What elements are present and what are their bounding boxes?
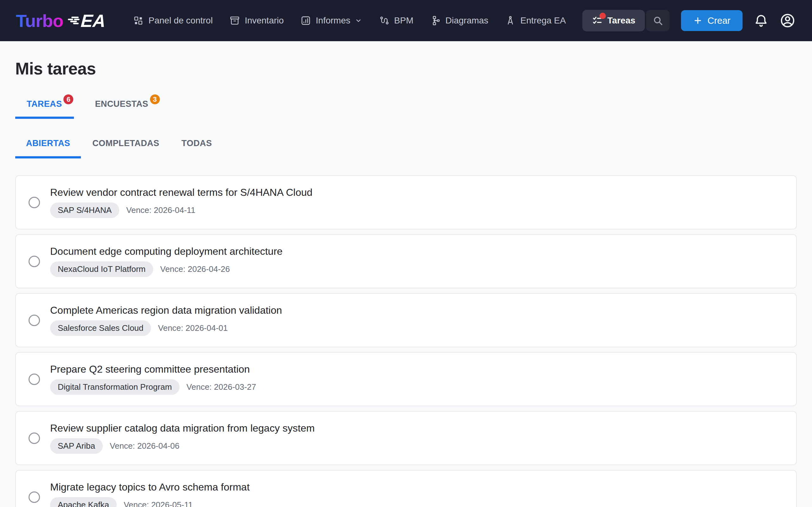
task-title[interactable]: Document edge computing deployment archi… <box>50 245 283 257</box>
task-due-date: Vence: 2026-04-11 <box>126 205 195 215</box>
task-tag-chip: SAP S/4HANA <box>50 203 119 218</box>
nav-item-inventario[interactable]: Inventario <box>229 15 284 26</box>
task-tag-chip: Digital Transformation Program <box>50 379 180 395</box>
nav-item-label: Panel de control <box>148 15 212 26</box>
task-title[interactable]: Complete Americas region data migration … <box>50 304 282 316</box>
nav-item-label: Informes <box>316 15 351 26</box>
tab-tareas[interactable]: TAREAS6 <box>15 95 74 119</box>
task-due-date: Vence: 2026-05-11 <box>124 500 193 507</box>
task-meta: SAP S/4HANAVence: 2026-04-11 <box>50 203 312 218</box>
reports-icon <box>300 15 311 26</box>
nav-item-label: Entrega EA <box>520 15 566 26</box>
task-tag-chip: Salesforce Sales Cloud <box>50 320 151 336</box>
inventory-icon <box>229 15 240 26</box>
compass-icon <box>505 15 516 26</box>
nav-item-bpm[interactable]: BPM <box>379 15 414 26</box>
avatar-icon <box>780 13 796 29</box>
nav-item-tareas[interactable]: Tareas <box>582 10 645 32</box>
nav-item-entrega-ea[interactable]: Entrega EA <box>505 15 566 26</box>
tab-label: ENCUESTAS <box>95 99 148 109</box>
task-list: Review vendor contract renewal terms for… <box>15 175 797 507</box>
task-title[interactable]: Review vendor contract renewal terms for… <box>50 187 312 199</box>
task-body: Migrate legacy topics to Avro schema for… <box>50 481 250 507</box>
tabs: TAREAS6ENCUESTAS3 <box>15 95 797 119</box>
nav-item-label: Tareas <box>607 15 635 26</box>
task-due-date: Vence: 2026-04-01 <box>158 323 228 333</box>
task-checkbox[interactable] <box>29 197 40 208</box>
task-meta: SAP AribaVence: 2026-04-06 <box>50 438 315 454</box>
chevron-down-icon <box>355 17 362 24</box>
tab-badge: 3 <box>150 95 160 104</box>
task-card: Review vendor contract renewal terms for… <box>15 175 797 229</box>
diagrams-icon <box>430 15 441 26</box>
task-card: Review supplier catalog data migration f… <box>15 411 797 465</box>
nav-item-label: BPM <box>394 15 414 26</box>
subtabs: ABIERTASCOMPLETADASTODAS <box>15 138 797 158</box>
task-due-date: Vence: 2026-04-06 <box>110 441 180 451</box>
task-due-date: Vence: 2026-04-26 <box>160 264 230 274</box>
notification-dot <box>600 13 606 19</box>
bpm-icon <box>379 15 390 26</box>
create-button-label: Crear <box>707 15 730 26</box>
search-icon <box>653 15 663 26</box>
bell-icon <box>754 14 768 28</box>
tab-encuestas[interactable]: ENCUESTAS3 <box>84 95 160 119</box>
top-navbar: Turbo EA Panel de controlInventarioInfor… <box>0 0 812 41</box>
search-button[interactable] <box>646 10 670 32</box>
task-title[interactable]: Prepare Q2 steering committee presentati… <box>50 363 256 375</box>
task-meta: Salesforce Sales CloudVence: 2026-04-01 <box>50 320 282 336</box>
nav-item-label: Diagramas <box>445 15 488 26</box>
task-tag-chip: SAP Ariba <box>50 438 103 454</box>
tab-badge: 6 <box>63 95 73 104</box>
task-meta: Digital Transformation ProgramVence: 202… <box>50 379 256 395</box>
navbar-right-controls: Crear <box>646 10 796 32</box>
task-card: Migrate legacy topics to Avro schema for… <box>15 470 797 507</box>
logo-text-turbo: Turbo <box>16 10 63 31</box>
task-checkbox[interactable] <box>29 315 40 326</box>
task-body: Prepare Q2 steering committee presentati… <box>50 363 256 395</box>
task-body: Review supplier catalog data migration f… <box>50 422 315 454</box>
subtab-todas[interactable]: TODAS <box>171 138 223 158</box>
primary-nav: Panel de controlInventarioInformesBPMDia… <box>133 10 645 32</box>
user-avatar-button[interactable] <box>780 13 796 29</box>
task-card: Complete Americas region data migration … <box>15 293 797 347</box>
logo-text-ea: EA <box>80 10 106 31</box>
subtab-abiertas[interactable]: ABIERTAS <box>15 138 81 158</box>
dashboard-icon <box>133 15 144 26</box>
task-tag-chip: Apache Kafka <box>50 497 117 507</box>
tasks-icon <box>592 15 603 26</box>
subtab-completadas[interactable]: COMPLETADAS <box>82 138 170 158</box>
main-content: Mis tareas TAREAS6ENCUESTAS3 ABIERTASCOM… <box>0 59 812 507</box>
task-meta: NexaCloud IoT PlatformVence: 2026-04-26 <box>50 262 283 277</box>
speed-lines-icon <box>66 14 80 27</box>
plus-icon <box>693 16 703 25</box>
task-tag-chip: NexaCloud IoT Platform <box>50 262 153 277</box>
task-due-date: Vence: 2026-03-27 <box>187 382 256 392</box>
nav-item-diagramas[interactable]: Diagramas <box>430 15 488 26</box>
nav-item-panel-de-control[interactable]: Panel de control <box>133 15 212 26</box>
nav-item-label: Inventario <box>245 15 284 26</box>
notifications-button[interactable] <box>754 14 768 28</box>
page-title: Mis tareas <box>15 59 797 78</box>
task-checkbox[interactable] <box>29 256 40 267</box>
task-meta: Apache KafkaVence: 2026-05-11 <box>50 497 250 507</box>
task-body: Complete Americas region data migration … <box>50 304 282 336</box>
task-title[interactable]: Review supplier catalog data migration f… <box>50 422 315 434</box>
task-card: Prepare Q2 steering committee presentati… <box>15 352 797 406</box>
task-body: Document edge computing deployment archi… <box>50 245 283 277</box>
tab-label: TAREAS <box>27 99 62 109</box>
task-title[interactable]: Migrate legacy topics to Avro schema for… <box>50 481 250 493</box>
nav-item-informes[interactable]: Informes <box>300 15 362 26</box>
task-body: Review vendor contract renewal terms for… <box>50 187 312 218</box>
task-checkbox[interactable] <box>29 433 40 444</box>
task-checkbox[interactable] <box>29 374 40 385</box>
create-button[interactable]: Crear <box>681 10 743 31</box>
task-card: Document edge computing deployment archi… <box>15 234 797 288</box>
task-checkbox[interactable] <box>29 492 40 503</box>
turboea-logo[interactable]: Turbo EA <box>16 10 106 31</box>
